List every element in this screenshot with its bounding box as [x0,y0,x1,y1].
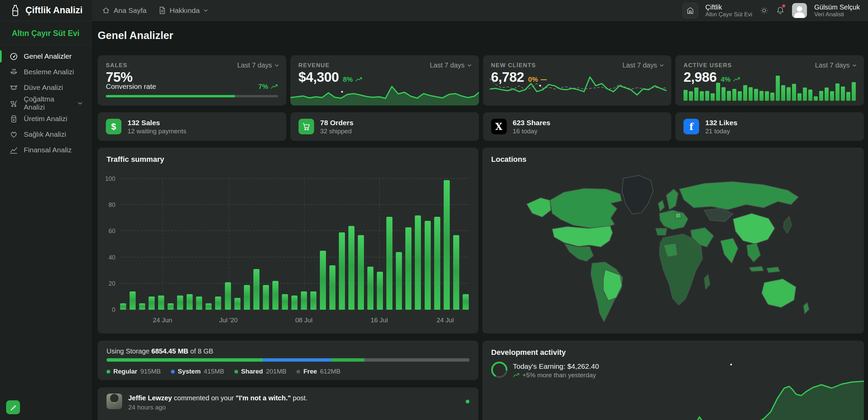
traffic-bar [329,265,335,310]
world-map [489,167,857,329]
facebook-icon: f [683,119,699,134]
mini-card-subtitle: 16 today [513,127,551,135]
barn-icon [686,6,695,15]
y-axis-label: 0 [112,306,115,313]
theme-brush-button[interactable] [6,400,20,414]
traffic-bar [415,215,421,310]
map-region-central-asia [704,208,733,222]
user-avatar[interactable] [792,3,807,18]
traffic-bar [215,297,221,310]
legend-name: Free [303,368,317,375]
clients-sparkline [490,69,667,101]
period-dropdown[interactable]: Last 7 days [622,61,664,69]
users-bar [683,90,688,101]
users-bar [700,91,704,101]
sidebar-item-saglik-analizi[interactable]: Sağlık Analizi [0,127,91,142]
map-region-new-zealand [804,303,809,314]
users-bar [754,89,758,101]
development-activity-panel: Development activity Today's Earning: $4… [482,341,864,420]
notifications-button[interactable] [776,6,785,15]
storage-bar [107,358,469,362]
period-dropdown[interactable]: Last 7 days [815,61,856,69]
sidebar-item-duve-analizi[interactable]: Düve Analizi [0,80,91,95]
map-region-australia [762,279,796,308]
mini-card-title: 132 Likes [705,118,737,127]
mini-card-sales[interactable]: $ 132 Sales 12 waiting payments [98,112,286,141]
mini-card-title: 132 Sales [128,118,186,127]
storage-summary: Using Storage 6854.45 MB of 8 GB [107,347,469,355]
users-bar [787,87,791,101]
users-bar [846,92,850,101]
earning-amount: Today's Earning: $4,262.40 [513,362,599,371]
users-bar [841,87,845,101]
period-dropdown[interactable]: Last 7 days [430,61,471,69]
map-region-russia [679,182,798,210]
legend-dot [107,370,110,374]
sidebar-item-label: Üretim Analizi [24,115,67,123]
users-bar [716,83,720,101]
traffic-bar [453,235,459,310]
sidebar-item-cogaltma-analizi[interactable]: Çoğaltma Analizi [0,95,91,111]
brush-icon [9,404,17,411]
sidebar-item-label: Sağlık Analizi [24,130,66,138]
users-bar [852,82,856,101]
stat-label: REVENUE [298,62,330,69]
legend-item-regular: Regular915MB [107,368,161,375]
traffic-bar [301,291,307,310]
locations-panel: Locations [482,148,864,333]
sidebar-item-label: Finansal Analiz [24,146,72,154]
users-bar [814,96,818,101]
comment-item[interactable]: Jeffie Lewzey commented on your "I'm not… [107,394,469,411]
nav-home[interactable]: Ana Sayfa [102,6,147,15]
x-axis-label: 16 Jul [371,317,388,324]
conversion-delta: 7% [258,83,278,91]
sidebar-item-finansal-analiz[interactable]: Finansal Analiz [0,142,91,158]
traffic-bar [120,303,126,310]
traffic-bars [120,179,469,310]
mini-card-likes[interactable]: f 132 Likes 21 today [675,112,864,141]
map-region-japan [784,216,792,233]
period-dropdown[interactable]: Last 7 days [237,61,278,69]
traffic-bar [168,303,174,310]
nav-about[interactable]: Hakkında [159,6,208,15]
milk-bottle-icon [10,5,20,16]
online-status-dot [466,400,469,403]
gauge-icon [9,52,18,61]
map-region-madagascar [704,274,710,289]
sidebar-item-label: Düve Analizi [24,83,63,92]
sidebar-item-besleme-analizi[interactable]: Besleme Analizi [0,64,91,80]
conversion-label: Conversion rate [106,82,156,91]
storage-legend: Regular915MBSystem415MBShared201MBFree61… [107,368,469,375]
mini-card-shares[interactable]: X 623 Shares 16 today [483,112,672,141]
stat-card-active-users: ACTİVE USERS Last 7 days 2,986 4% [675,55,864,106]
theme-toggle[interactable] [760,6,769,15]
stat-label: NEW CLİENTS [491,62,536,69]
traffic-summary-panel: Traffic summary 020406080100 24 JunJul '… [98,148,478,333]
user-info: Gülsüm Selçuk Veri Analisti [814,3,860,18]
traffic-bar [386,217,392,310]
legend-dot [234,370,238,374]
legend-name: System [178,368,201,375]
map-region-canada [550,188,621,229]
nav-about-label: Hakkında [170,6,200,15]
map-region-greenland [622,175,653,214]
users-bar [721,87,726,101]
users-bar [759,91,764,101]
stat-card-new-clients: NEW CLİENTS Last 7 days 6,782 0% [483,55,672,106]
legend-item-system: System415MB [171,368,224,375]
mini-card-orders[interactable]: 78 Orders 32 shipped [290,112,479,141]
chevron-down-icon [78,102,82,105]
users-bar [732,89,736,101]
notification-dot [782,4,786,8]
legend-size: 915MB [140,368,161,375]
sidebar-item-uretim-analizi[interactable]: Üretim Analizi [0,111,91,127]
traffic-bar-chart: 020406080100 [120,179,469,310]
users-bar [705,91,709,101]
traffic-bar [339,232,345,310]
users-minibar-chart [683,70,856,101]
sidebar-item-genel-analizler[interactable]: Genel Analizler [0,49,91,64]
mini-card-title: 78 Orders [320,118,353,127]
y-axis-label: 20 [109,280,115,287]
map-region-indonesia [749,266,780,272]
org-badge[interactable] [682,3,698,18]
